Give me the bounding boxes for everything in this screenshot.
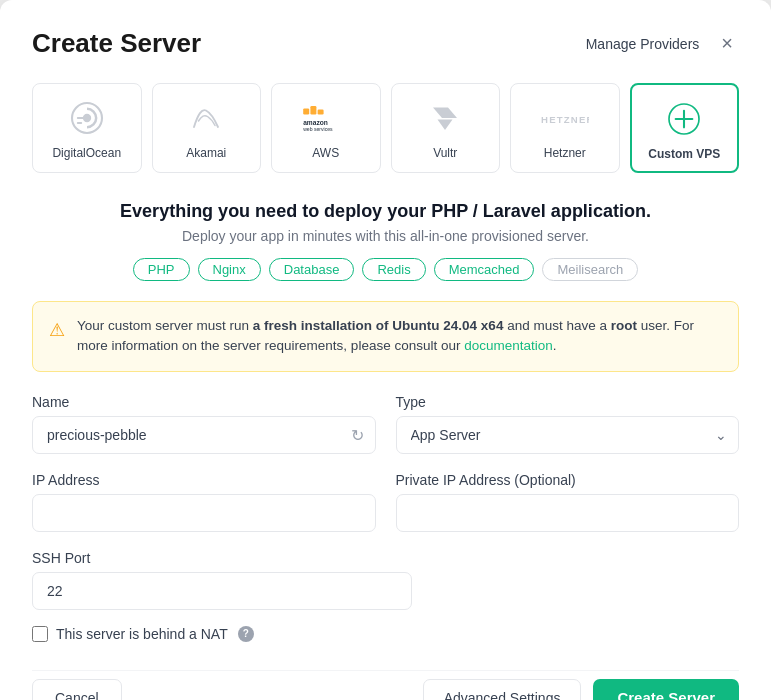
- aws-icon: amazon web services: [302, 98, 350, 138]
- close-button[interactable]: ×: [715, 30, 739, 57]
- alert-text: Your custom server must run a fresh inst…: [77, 316, 722, 357]
- hero-section: Everything you need to deploy your PHP /…: [32, 201, 739, 281]
- ssh-group: SSH Port: [32, 550, 739, 610]
- provider-digitalocean-label: DigitalOcean: [52, 146, 121, 160]
- provider-grid: DigitalOcean Akamai amazon web: [32, 83, 739, 173]
- ssh-input[interactable]: [32, 572, 412, 610]
- svg-point-1: [83, 114, 91, 122]
- tag-meilisearch: Meilisearch: [542, 258, 638, 281]
- akamai-icon: [182, 98, 230, 138]
- name-label: Name: [32, 394, 376, 410]
- svg-marker-7: [433, 108, 457, 119]
- vultr-icon: [421, 98, 469, 138]
- ip-label: IP Address: [32, 472, 376, 488]
- tag-php: PHP: [133, 258, 190, 281]
- ssh-input-wrapper: [32, 572, 412, 610]
- provider-vultr[interactable]: Vultr: [391, 83, 501, 173]
- ip-row: IP Address Private IP Address (Optional): [32, 472, 739, 532]
- alert-icon: ⚠: [49, 317, 65, 344]
- tag-list: PHP Nginx Database Redis Memcached Meili…: [32, 258, 739, 281]
- header-actions: Manage Providers ×: [586, 30, 739, 57]
- tag-nginx: Nginx: [198, 258, 261, 281]
- private-ip-group: Private IP Address (Optional): [396, 472, 740, 532]
- hero-subtitle: Deploy your app in minutes with this all…: [32, 228, 739, 244]
- type-select[interactable]: App Server Web Server Database Server Ca…: [396, 416, 740, 454]
- tag-memcached: Memcached: [434, 258, 535, 281]
- svg-text:amazon: amazon: [303, 119, 328, 126]
- private-ip-label: Private IP Address (Optional): [396, 472, 740, 488]
- digitalocean-icon: [63, 98, 111, 138]
- provider-custom-vps[interactable]: Custom VPS: [630, 83, 740, 173]
- provider-digitalocean[interactable]: DigitalOcean: [32, 83, 142, 173]
- svg-rect-4: [317, 110, 323, 115]
- type-label: Type: [396, 394, 740, 410]
- svg-marker-8: [438, 120, 453, 131]
- name-type-row: Name ↻ Type App Server Web Server Databa…: [32, 394, 739, 454]
- svg-rect-2: [303, 108, 309, 114]
- name-group: Name ↻: [32, 394, 376, 454]
- tag-database: Database: [269, 258, 355, 281]
- nat-label[interactable]: This server is behind a NAT: [56, 626, 228, 642]
- provider-hetzner-label: Hetzner: [544, 146, 586, 160]
- ssh-label: SSH Port: [32, 550, 739, 566]
- ssh-row: SSH Port: [32, 550, 739, 610]
- provider-aws-label: AWS: [312, 146, 339, 160]
- svg-rect-3: [310, 106, 316, 114]
- hero-title: Everything you need to deploy your PHP /…: [32, 201, 739, 222]
- refresh-icon[interactable]: ↻: [351, 425, 364, 444]
- cancel-button[interactable]: Cancel: [32, 679, 122, 701]
- create-server-modal: Create Server Manage Providers × Digital…: [0, 0, 771, 700]
- nat-checkbox[interactable]: [32, 626, 48, 642]
- ip-group: IP Address: [32, 472, 376, 532]
- private-ip-input[interactable]: [396, 494, 740, 532]
- help-icon[interactable]: ?: [238, 626, 254, 642]
- advanced-settings-button[interactable]: Advanced Settings: [423, 679, 582, 701]
- hetzner-icon: HETZNER: [541, 98, 589, 138]
- provider-aws[interactable]: amazon web services AWS: [271, 83, 381, 173]
- type-group: Type App Server Web Server Database Serv…: [396, 394, 740, 454]
- provider-vultr-label: Vultr: [433, 146, 457, 160]
- svg-text:web services: web services: [303, 126, 333, 132]
- provider-custom-vps-label: Custom VPS: [648, 147, 720, 161]
- provider-hetzner[interactable]: HETZNER Hetzner: [510, 83, 620, 173]
- modal-footer: Cancel Advanced Settings Create Server: [32, 670, 739, 701]
- name-input[interactable]: [32, 416, 376, 454]
- provider-akamai[interactable]: Akamai: [152, 83, 262, 173]
- documentation-link[interactable]: documentation: [464, 338, 553, 353]
- ip-input[interactable]: [32, 494, 376, 532]
- create-server-button[interactable]: Create Server: [593, 679, 739, 700]
- nat-row: This server is behind a NAT ?: [32, 626, 739, 642]
- svg-text:HETZNER: HETZNER: [541, 114, 589, 125]
- provider-akamai-label: Akamai: [186, 146, 226, 160]
- page-title: Create Server: [32, 28, 201, 59]
- tag-redis: Redis: [362, 258, 425, 281]
- alert-box: ⚠ Your custom server must run a fresh in…: [32, 301, 739, 372]
- manage-providers-link[interactable]: Manage Providers: [586, 36, 700, 52]
- footer-right: Advanced Settings Create Server: [423, 679, 739, 701]
- modal-header: Create Server Manage Providers ×: [32, 28, 739, 59]
- custom-vps-icon: [660, 99, 708, 139]
- type-select-wrapper: App Server Web Server Database Server Ca…: [396, 416, 740, 454]
- name-input-wrapper: ↻: [32, 416, 376, 454]
